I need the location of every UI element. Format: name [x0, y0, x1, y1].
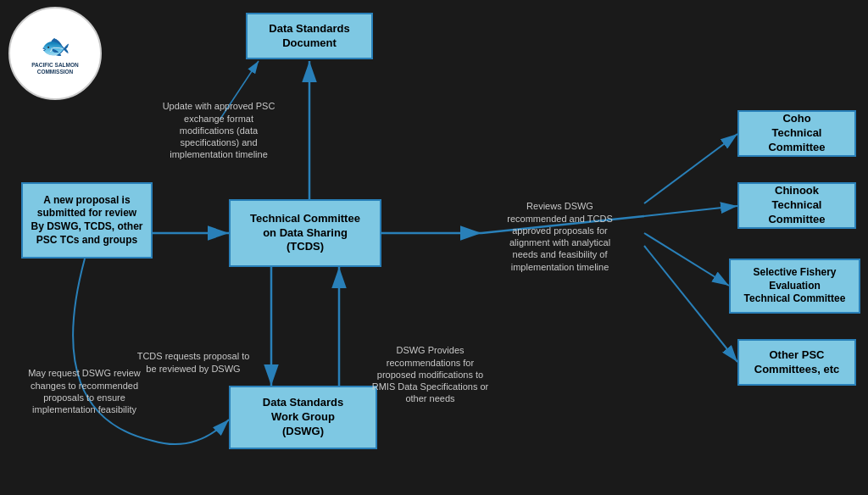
svg-line-9 [644, 233, 729, 286]
new-proposal-label: A new proposal is submitted for review B… [31, 194, 142, 247]
logo: 🐟 PACIFIC SALMON COMMISSION [8, 7, 102, 100]
dswg-box: Data Standards Work Group (DSWG) [229, 386, 377, 449]
dswg-label: Data Standards Work Group (DSWG) [263, 396, 343, 439]
selective-label: Selective Fishery Evaluation Technical C… [744, 266, 846, 306]
selective-box: Selective Fishery Evaluation Technical C… [729, 259, 860, 314]
data-standards-doc-box: Data Standards Document [246, 13, 373, 59]
other-psc-box: Other PSC Committees, etc [737, 339, 856, 386]
svg-line-7 [644, 134, 737, 203]
data-standards-doc-label: Data Standards Document [269, 22, 349, 51]
diagram-container: 🐟 PACIFIC SALMON COMMISSION [0, 0, 868, 495]
may-request-label: May request DSWG review changes to recom… [19, 352, 150, 420]
tcds-label: Technical Committee on Data Sharing (TCD… [250, 212, 360, 255]
tcds-box: Technical Committee on Data Sharing (TCD… [229, 199, 381, 267]
dswg-provides-label: DSWG Provides recommendations for propos… [356, 329, 504, 409]
reviews-label: Reviews DSWG recommended and TCDS approv… [481, 185, 638, 282]
chinook-label: Chinook Technical Committee [744, 184, 849, 227]
chinook-box: Chinook Technical Committee [737, 182, 856, 229]
other-psc-label: Other PSC Committees, etc [754, 348, 839, 377]
new-proposal-box: A new proposal is submitted for review B… [21, 182, 153, 259]
logo-text: PACIFIC SALMON COMMISSION [31, 62, 79, 75]
update-label: Update with approved PSC exchange format… [151, 85, 287, 161]
coho-box: Coho Technical Committee [737, 110, 856, 157]
svg-line-10 [644, 246, 737, 362]
coho-label: Coho Technical Committee [744, 112, 849, 155]
logo-icon: 🐟 [41, 32, 70, 60]
svg-line-8 [644, 206, 737, 216]
